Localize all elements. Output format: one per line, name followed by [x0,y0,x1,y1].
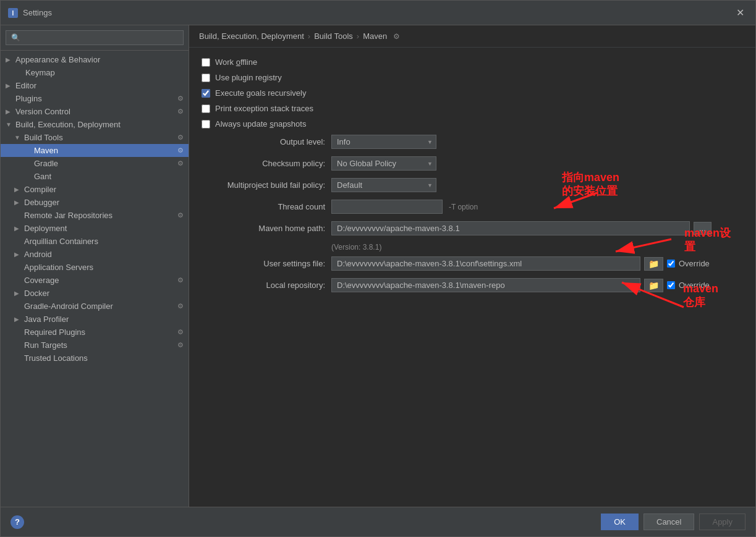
gear-icon: ⚙ [177,133,184,142]
always-update-checkbox[interactable] [202,120,210,129]
arrow-icon [24,160,34,167]
sidebar-item-gant[interactable]: Gant [1,170,189,183]
annotation-arrows-svg [189,48,755,507]
sidebar-item-compiler[interactable]: ▶ Compiler [1,183,189,196]
sidebar-item-app-servers[interactable]: Application Servers [1,261,189,274]
work-offline-checkbox[interactable] [202,58,210,67]
sidebar-item-coverage[interactable]: Coverage ⚙ [1,274,189,287]
window-title: Settings [23,8,733,17]
svg-text:I: I [12,10,14,17]
maven-home-browse-button[interactable]: ... [694,222,711,235]
gear-icon: ⚙ [177,328,184,336]
sidebar-item-keymap[interactable]: Keymap [1,66,189,79]
search-input[interactable] [6,30,184,45]
sidebar-item-label: Appearance & Behavior [15,55,184,64]
sidebar-item-label: Required Plugins [24,328,175,337]
local-repo-override-checkbox[interactable] [667,281,675,289]
use-plugin-registry-checkbox[interactable] [202,74,210,82]
arrow-icon [6,95,15,102]
print-exception-checkbox[interactable] [202,104,210,113]
user-settings-override-row: Override [667,259,710,268]
multiproject-select-wrapper: Default Never Fail Always Fail [331,178,436,192]
arrow-icon [14,303,24,310]
sidebar-item-deployment[interactable]: ▶ Deployment [1,222,189,235]
execute-goals-checkbox[interactable] [202,89,210,98]
sidebar-item-label: Gant [34,172,184,181]
annotations-layer: 指向maven的安装位置 maven设置 maven仓库 [189,48,755,507]
sidebar-item-arquillian[interactable]: Arquillian Containers [1,235,189,248]
ok-button[interactable]: OK [601,514,639,530]
sidebar-item-label: Trusted Locations [24,353,184,363]
checksum-policy-label: Checksum policy: [202,159,331,168]
arrow-icon: ▶ [14,316,24,323]
sidebar-item-required-plugins[interactable]: Required Plugins ⚙ [1,326,189,339]
output-level-select[interactable]: Info Debug Warn Error [331,135,436,149]
sidebar-item-appearance[interactable]: ▶ Appearance & Behavior [1,53,189,66]
sidebar-item-label: Gradle-Android Compiler [24,302,175,311]
gear-icon: ⚙ [177,108,184,116]
checksum-policy-select[interactable]: No Global Policy Fail Warn Ignore [331,156,436,171]
sidebar-item-trusted-locations[interactable]: Trusted Locations [1,352,189,365]
user-settings-override-checkbox[interactable] [667,260,675,268]
user-settings-input[interactable] [331,256,640,271]
sidebar-item-label: Arquillian Containers [24,237,184,246]
user-settings-browse-button[interactable]: 📁 [644,257,663,271]
sidebar-item-remote-jar[interactable]: Remote Jar Repositories ⚙ [1,209,189,222]
multiproject-row: Multiproject build fail policy: Default … [202,178,743,192]
maven-home-row: Maven home path: ... [202,221,743,235]
breadcrumb-sep1: › [308,32,310,41]
sidebar-item-maven[interactable]: Maven ⚙ [1,144,189,157]
sidebar-item-docker[interactable]: ▶ Docker [1,287,189,300]
sidebar-item-build-exec[interactable]: ▼ Build, Execution, Deployment [1,118,189,131]
sidebar-item-label: Editor [15,81,184,90]
sidebar-item-version-control[interactable]: ▶ Version Control ⚙ [1,105,189,118]
sidebar-item-label: Version Control [15,107,175,116]
arrow-icon [14,355,24,362]
arrow-icon [14,238,24,245]
sidebar-item-run-targets[interactable]: Run Targets ⚙ [1,339,189,352]
sidebar-item-label: Compiler [24,185,184,194]
maven-home-control: ... [331,221,711,235]
arrow-icon [14,277,24,284]
thread-count-input[interactable] [331,200,443,214]
arrow-icon: ▶ [14,199,24,206]
checksum-policy-row: Checksum policy: No Global Policy Fail W… [202,156,743,171]
search-box [1,25,189,51]
sidebar-item-editor[interactable]: ▶ Editor [1,79,189,92]
local-repo-browse-button[interactable]: 📁 [644,279,663,292]
use-plugin-registry-row: Use plugin registry [202,73,743,82]
help-button[interactable]: ? [11,515,24,529]
gear-icon: ⚙ [177,211,184,219]
output-level-control: Info Debug Warn Error [331,135,436,149]
breadcrumb: Build, Execution, Deployment › Build Too… [189,25,755,48]
multiproject-select[interactable]: Default Never Fail Always Fail [331,178,436,192]
close-button[interactable]: ✕ [733,6,748,20]
thread-count-row: Thread count -T option [202,200,743,214]
sidebar-item-android[interactable]: ▶ Android [1,248,189,261]
maven-home-input[interactable] [331,221,690,235]
sidebar-item-label: Gradle [34,159,175,168]
sidebar-item-gradle[interactable]: Gradle ⚙ [1,157,189,170]
arrow-icon: ▶ [14,290,24,297]
sidebar-item-plugins[interactable]: Plugins ⚙ [1,92,189,105]
sidebar-item-label: Build Tools [24,133,175,142]
maven-version-label: (Version: 3.8.1) [331,243,381,252]
arrow-icon [14,329,24,336]
sidebar-item-build-tools[interactable]: ▼ Build Tools ⚙ [1,131,189,144]
print-exception-row: Print exception stack traces [202,104,743,113]
bottom-bar: ? OK Cancel Apply [1,507,755,536]
local-repo-override-label: Override [679,281,710,290]
local-repo-input[interactable] [331,278,640,292]
cancel-button[interactable]: Cancel [643,514,694,530]
sidebar-item-debugger[interactable]: ▶ Debugger [1,196,189,209]
breadcrumb-gear-icon: ⚙ [393,32,400,41]
user-settings-control: 📁 Override [331,256,710,271]
gear-icon: ⚙ [177,276,184,284]
sidebar-item-java-profiler[interactable]: ▶ Java Profiler [1,313,189,326]
arrow-icon [24,173,34,180]
user-settings-label: User settings file: [202,259,331,268]
arrow-icon: ▶ [6,82,15,89]
apply-button[interactable]: Apply [699,514,745,530]
sidebar-item-gradle-android[interactable]: Gradle-Android Compiler ⚙ [1,300,189,313]
thread-count-label: Thread count [202,202,331,211]
